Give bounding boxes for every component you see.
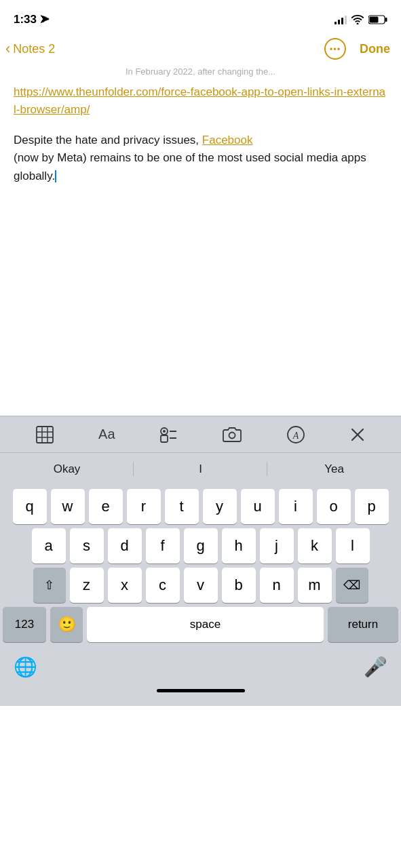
predictive-yea[interactable]: Yea [267,457,401,481]
key-y[interactable]: y [203,489,237,524]
svg-rect-3 [37,427,53,443]
svg-point-13 [229,432,235,438]
keyboard-row-1: q w e r t y u i o p [0,485,401,524]
note-link[interactable]: https://www.theunfolder.com/force-facebo… [14,83,387,118]
svg-rect-2 [370,17,379,23]
key-m[interactable]: m [298,568,332,603]
table-icon [36,426,54,443]
predictive-okay-text: Okay [54,462,81,475]
svg-rect-12 [161,435,168,442]
status-bar: 1:33 ⮞ [0,0,401,34]
key-c[interactable]: c [146,568,180,603]
checklist-toolbar-button[interactable] [160,426,178,443]
format-toolbar-button[interactable]: Aa [98,427,115,442]
key-space[interactable]: space [87,607,324,642]
key-b[interactable]: b [222,568,256,603]
note-facebook-link[interactable]: Facebook [202,134,253,146]
keyboard-close-button[interactable] [350,427,365,442]
keyboard-row-4: 123 🙂 space return [0,603,401,649]
key-r[interactable]: r [127,489,161,524]
more-options-button[interactable]: ••• [324,38,346,60]
key-w[interactable]: w [51,489,85,524]
checklist-icon [160,426,178,443]
predictive-i-text: I [199,462,202,475]
table-toolbar-button[interactable] [36,426,54,443]
key-a[interactable]: a [32,528,66,564]
note-content: In February 2022, after changing the... … [0,66,401,199]
svg-text:A: A [292,431,299,441]
svg-point-9 [163,430,166,433]
key-o[interactable]: o [317,489,351,524]
predictive-okay[interactable]: Okay [0,457,134,481]
done-button[interactable]: Done [360,42,390,56]
key-n[interactable]: n [260,568,294,603]
chevron-left-icon: ‹ [5,40,10,58]
camera-toolbar-button[interactable] [223,427,242,443]
key-i[interactable]: i [279,489,313,524]
time-display: 1:33 [14,13,37,26]
predictive-yea-text: Yea [324,462,344,475]
key-u[interactable]: u [241,489,275,524]
close-icon [350,427,365,442]
battery-icon [368,15,387,24]
camera-icon [223,427,242,443]
bottom-icons: 🌐 🎤 [14,656,387,678]
key-j[interactable]: j [260,528,294,564]
key-emoji[interactable]: 🙂 [50,607,83,642]
key-v[interactable]: v [184,568,218,603]
nav-bar: ‹ Notes 2 ••• Done [0,34,401,66]
key-k[interactable]: k [298,528,332,564]
key-x[interactable]: x [108,568,142,603]
key-l[interactable]: l [336,528,370,564]
key-q[interactable]: q [13,489,47,524]
key-d[interactable]: d [108,528,142,564]
markup-toolbar-button[interactable]: A [286,425,305,444]
predictive-i[interactable]: I [134,457,267,481]
key-numbers[interactable]: 123 [3,607,46,642]
keyboard: q w e r t y u i o p a s d f g h j k l ⇧ … [0,485,401,649]
text-cursor [55,170,56,182]
key-return[interactable]: return [328,607,398,642]
key-f[interactable]: f [146,528,180,564]
predictive-bar: Okay I Yea [0,452,401,485]
status-time: 1:33 ⮞ [14,13,50,26]
key-z[interactable]: z [70,568,104,603]
key-p[interactable]: p [355,489,389,524]
keyboard-row-2: a s d f g h j k l [0,524,401,564]
note-date: In February 2022, after changing the... [14,66,387,77]
back-button[interactable]: ‹ Notes 2 [5,40,55,58]
nav-right-actions: ••• Done [324,38,390,60]
format-aa-icon: Aa [98,427,115,442]
note-body-before: Despite the hate and privacy issues, [14,134,202,146]
key-backspace[interactable]: ⌫ [336,568,368,603]
note-body: Despite the hate and privacy issues, Fac… [14,132,387,185]
back-label: Notes 2 [13,42,55,56]
key-shift[interactable]: ⇧ [33,568,66,603]
keyboard-row-3: ⇧ z x c v b n m ⌫ [0,564,401,603]
globe-icon[interactable]: 🌐 [14,656,37,678]
bottom-bar: 🌐 🎤 [0,649,401,706]
markup-icon: A [286,425,305,444]
location-icon: ⮞ [40,14,50,25]
key-t[interactable]: t [165,489,199,524]
key-h[interactable]: h [222,528,256,564]
key-g[interactable]: g [184,528,218,564]
wifi-icon [351,15,364,24]
signal-icon [335,15,347,24]
keyboard-toolbar: Aa A [0,416,401,452]
key-s[interactable]: s [70,528,104,564]
key-e[interactable]: e [89,489,123,524]
content-spacer [0,199,401,416]
status-icons [335,15,387,24]
svg-rect-1 [385,18,387,22]
note-body-after: (now by Meta) remains to be one of the m… [14,151,366,182]
home-indicator [157,689,245,692]
more-icon: ••• [330,44,341,54]
microphone-icon[interactable]: 🎤 [364,656,387,678]
